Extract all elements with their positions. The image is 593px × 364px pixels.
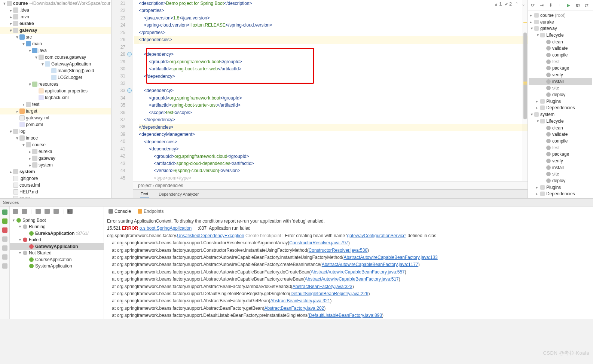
tree-item-help-md[interactable]: HELP.md: [0, 189, 111, 195]
tree-item-course-iml[interactable]: course.iml: [0, 182, 111, 189]
maven-panel[interactable]: ⟳ ⇥ ⬇ + ▶ m ⇄ ▸course(root)▸eurake▼gatew…: [528, 0, 593, 198]
tree-item--gitignore[interactable]: .gitignore: [0, 175, 111, 182]
editor-view-tabs[interactable]: Text Dependency Analyzer: [133, 189, 528, 198]
tree-item-pom-xml[interactable]: pom.xml: [0, 121, 111, 128]
tree-item-target[interactable]: ▸target: [0, 108, 111, 114]
maven-item-clean[interactable]: clean: [529, 39, 592, 45]
maven-item-site[interactable]: site: [529, 85, 592, 92]
code-area[interactable]: <description>Demo project for Spring Boo…: [133, 0, 528, 182]
tab-endpoints[interactable]: Endpoints: [138, 209, 163, 214]
maven-item-package[interactable]: package: [529, 151, 592, 157]
editor[interactable]: 2122232425262728293031323334353637383940…: [111, 0, 528, 198]
tab-console[interactable]: Console: [108, 209, 131, 214]
tree-item-java[interactable]: ▼java: [0, 47, 111, 54]
tree-item-main-string-void[interactable]: main(String[]):void: [0, 67, 111, 74]
maven-item-lifecycle[interactable]: ▼Lifecycle: [529, 118, 592, 125]
maven-item-clean[interactable]: clean: [529, 125, 592, 131]
collapse-icon[interactable]: [22, 209, 27, 214]
generate-icon[interactable]: ⇥: [540, 3, 545, 8]
stop-icon[interactable]: [2, 227, 7, 233]
expand-icon[interactable]: [13, 209, 18, 214]
service-eurekaapplication[interactable]: EurekaApplication:8761/: [10, 230, 104, 237]
tab-dependency-analyzer[interactable]: Dependency Analyzer: [158, 190, 199, 198]
maven-item-lifecycle[interactable]: ▼Lifecycle: [529, 32, 592, 39]
maven-item-validate[interactable]: validate: [529, 45, 592, 52]
debug-icon[interactable]: [2, 218, 7, 224]
maven-item-verify[interactable]: verify: [529, 71, 592, 78]
filter-icon[interactable]: [45, 209, 50, 214]
maven-item-install[interactable]: install: [529, 164, 592, 171]
tree-item--mvn[interactable]: ▸.mvn: [0, 13, 111, 20]
maven-item-compile[interactable]: compile: [529, 138, 592, 144]
tree-item-gateway-iml[interactable]: gateway.iml: [0, 114, 111, 121]
service-running[interactable]: ▼Running: [10, 224, 104, 230]
tree-item--idea[interactable]: ▸.idea: [0, 7, 111, 13]
maven-item-compile[interactable]: compile: [529, 52, 592, 58]
tree-item-gateway[interactable]: ▼gateway: [0, 27, 111, 34]
settings-icon[interactable]: [2, 254, 7, 260]
tab-text[interactable]: Text: [140, 190, 149, 198]
service-not-started[interactable]: ▼Not Started: [10, 250, 104, 257]
maven-item-test[interactable]: test: [529, 58, 592, 65]
maven-item-install[interactable]: install: [529, 78, 592, 85]
editor-scrollbar[interactable]: [522, 0, 528, 181]
run-icon[interactable]: [2, 209, 7, 215]
tree-item-mvnw[interactable]: mvnw: [0, 195, 111, 198]
maven-item-plugins[interactable]: ▸Plugins: [529, 184, 592, 191]
tree-item-system[interactable]: ▸system: [0, 168, 111, 175]
maven-item-deploy[interactable]: deploy: [529, 177, 592, 184]
tree-item-system[interactable]: ▸system: [0, 162, 111, 168]
add-icon[interactable]: +: [558, 3, 563, 8]
tree-item-gatewayapplication[interactable]: ▼GatewayApplication: [0, 61, 111, 67]
maven-item-deploy[interactable]: deploy: [529, 91, 592, 98]
breadcrumb[interactable]: project › dependencies: [133, 181, 528, 189]
tree-item-eurake[interactable]: ▼eurake: [0, 20, 111, 27]
service-failed[interactable]: ▼Failed: [10, 237, 104, 244]
tree-item-eureka[interactable]: ▸eureka: [0, 148, 111, 155]
maven-item-gateway[interactable]: ▼gateway: [529, 25, 592, 32]
project-tree[interactable]: ▼ course ~/Downloads/adiao/ideaWorkSpace…: [0, 0, 111, 198]
group-icon[interactable]: [36, 209, 41, 214]
maven-item-test[interactable]: test: [529, 144, 592, 151]
services-header[interactable]: Services: [0, 198, 593, 207]
refresh-icon[interactable]: ⟳: [531, 3, 536, 8]
maven-toolbar[interactable]: ⟳ ⇥ ⬇ + ▶ m ⇄: [528, 0, 593, 10]
tree-item-application-properties[interactable]: application.properties: [0, 88, 111, 94]
service-systemapplication[interactable]: SystemApplication: [10, 263, 104, 270]
tree-item-resources[interactable]: ▼resources: [0, 81, 111, 88]
layout-icon[interactable]: [2, 236, 7, 242]
run-icon[interactable]: ▶: [567, 3, 572, 8]
maven-item-package[interactable]: package: [529, 65, 592, 72]
service-gatewayapplication[interactable]: GatewayApplication: [10, 243, 104, 250]
maven-item-validate[interactable]: validate: [529, 131, 592, 138]
project-root[interactable]: ▼ course ~/Downloads/adiao/ideaWorkSpace…: [0, 0, 111, 7]
maven-item-site[interactable]: site: [529, 171, 592, 178]
tree-item-imooc[interactable]: ▼imooc: [0, 135, 111, 141]
tree-item-test[interactable]: ▸test: [0, 101, 111, 108]
maven-item-plugins[interactable]: ▸Plugins: [529, 98, 592, 105]
pin-icon[interactable]: [54, 209, 59, 214]
tree-item-course[interactable]: ▼course: [0, 141, 111, 148]
maven-item-system[interactable]: ▼system: [529, 111, 592, 118]
console-panel[interactable]: Console Endpoints Error starting Applica…: [104, 207, 593, 319]
tree-item-log[interactable]: ▼log: [0, 128, 111, 135]
add-config-icon[interactable]: +: [67, 209, 73, 214]
maven-item-eurake[interactable]: ▸eurake: [529, 19, 592, 25]
tree-item-main[interactable]: ▼main: [0, 40, 111, 47]
service-spring-boot[interactable]: ▼Spring Boot: [10, 217, 104, 224]
maven-item-dependencies[interactable]: ▸Dependencies: [529, 191, 592, 198]
grid-icon[interactable]: [2, 263, 7, 269]
tree-item-src[interactable]: ▼src: [0, 34, 111, 40]
tree-item-com-course-gateway[interactable]: ▼com.course.gateway: [0, 54, 111, 61]
download-icon[interactable]: ⬇: [549, 3, 554, 8]
services-tree-panel[interactable]: | | + ▼Spring Boot▼RunningEurekaApplicat…: [10, 207, 104, 319]
tree-item-gateway[interactable]: ▸gateway: [0, 155, 111, 162]
console-output[interactable]: Error starting ApplicationContext. To di…: [104, 216, 593, 319]
maven-item-dependencies[interactable]: ▸Dependencies: [529, 105, 592, 111]
tree-item-log-logger[interactable]: LOG:Logger: [0, 74, 111, 81]
service-courseapplication[interactable]: CourseApplication: [10, 256, 104, 263]
m-icon[interactable]: m: [576, 3, 581, 8]
maven-item-verify[interactable]: verify: [529, 157, 592, 164]
camera-icon[interactable]: [2, 245, 7, 251]
maven-item-course[interactable]: ▸course(root): [529, 12, 592, 19]
